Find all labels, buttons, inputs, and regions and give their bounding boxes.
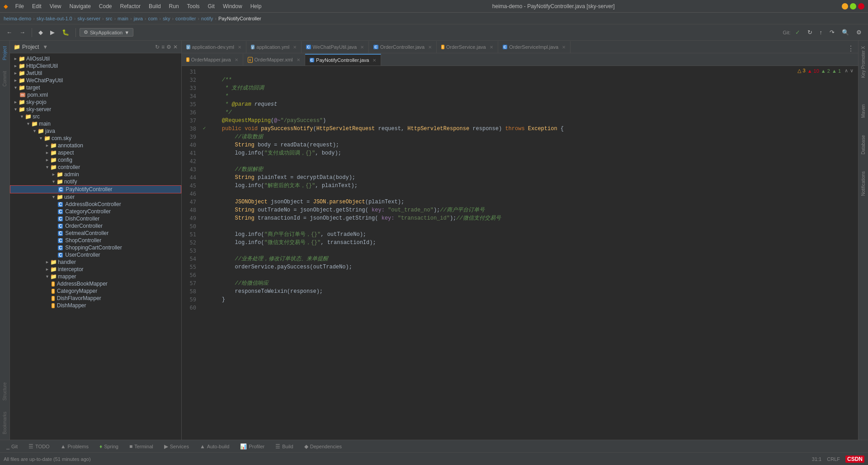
- line-content[interactable]: [209, 247, 858, 255]
- tab-close6[interactable]: ✕: [562, 45, 566, 50]
- tree-item[interactable]: CCategoryController: [10, 208, 181, 215]
- git-update[interactable]: ↻: [805, 28, 815, 37]
- breadcrumb-com[interactable]: com: [148, 16, 157, 21]
- tab-close4[interactable]: ✕: [428, 45, 432, 50]
- breadcrumb-src[interactable]: src: [106, 16, 113, 21]
- menu-refactor[interactable]: Refactor: [117, 2, 144, 10]
- tab-orderserviceimpl[interactable]: C OrderServiceImpl.java ✕: [498, 41, 571, 53]
- tree-item[interactable]: CShopController: [10, 237, 181, 244]
- tree-item[interactable]: ►📁WeChatPayUtil: [10, 77, 181, 84]
- structure-icon[interactable]: Structure: [1, 379, 8, 404]
- menu-code[interactable]: Code: [95, 2, 116, 10]
- app-selector[interactable]: ⚙ SkyApplication ▼: [80, 28, 133, 37]
- tab-ordermapper[interactable]: I OrderMapper.java ✕: [182, 54, 243, 66]
- collapse-icon[interactable]: ≡: [161, 44, 165, 50]
- breadcrumb-java[interactable]: java: [134, 16, 143, 21]
- tree-item[interactable]: ►📁JwtUtil: [10, 70, 181, 77]
- maven-panel[interactable]: Maven: [860, 101, 867, 122]
- line-content[interactable]: //读取数据: [209, 133, 858, 141]
- tree-item[interactable]: IAddressBookMapper: [10, 280, 181, 287]
- tab-close[interactable]: ✕: [238, 45, 241, 50]
- tab-close7[interactable]: ✕: [235, 57, 238, 62]
- tree-item[interactable]: ►📁AliOssUtil: [10, 55, 181, 62]
- line-content[interactable]: [209, 304, 858, 312]
- commit-icon[interactable]: Commit: [1, 67, 8, 90]
- line-content[interactable]: String transactionId = jsonObject.getStr…: [209, 214, 858, 222]
- settings-icon[interactable]: ⚙: [166, 44, 171, 50]
- menu-file[interactable]: File: [12, 2, 28, 10]
- tab-problems[interactable]: ▲ Problems: [56, 442, 93, 451]
- search-button[interactable]: 🔍: [839, 28, 852, 37]
- breadcrumb-heima[interactable]: heima-demo: [4, 16, 31, 21]
- line-content[interactable]: log.info("微信支付交易号，{}", transactionId);: [209, 239, 858, 247]
- tree-item[interactable]: ▼📁mapper: [10, 273, 181, 280]
- maximize-button[interactable]: [850, 3, 856, 9]
- tree-item[interactable]: ▼📁user: [10, 193, 181, 201]
- tree-item[interactable]: CShoppingCartController: [10, 244, 181, 251]
- tree-item[interactable]: ►📁sky-pojo: [10, 99, 181, 106]
- breadcrumb-controller[interactable]: controller: [175, 16, 196, 21]
- tab-close2[interactable]: ✕: [293, 45, 297, 50]
- tree-item[interactable]: ▼📁main: [10, 120, 181, 127]
- tab-close8[interactable]: ✕: [297, 57, 300, 62]
- build-button[interactable]: ◆: [36, 28, 46, 37]
- tree-item[interactable]: ▼📁java: [10, 127, 181, 135]
- line-content[interactable]: * 支付成功回调: [209, 84, 858, 92]
- line-content[interactable]: /**: [209, 76, 858, 84]
- debug-button[interactable]: 🐛: [59, 28, 72, 37]
- line-content[interactable]: [209, 271, 858, 279]
- menu-edit[interactable]: Edit: [28, 2, 45, 10]
- line-content[interactable]: //给微信响应: [209, 279, 858, 287]
- tab-close9[interactable]: ✕: [373, 58, 376, 63]
- git-fetch[interactable]: ↷: [827, 28, 837, 37]
- breadcrumb-main[interactable]: main: [118, 16, 128, 21]
- line-content[interactable]: [209, 190, 858, 198]
- line-content[interactable]: //数据解密: [209, 165, 858, 174]
- tab-paynotify[interactable]: C PayNotifyController.java ✕: [305, 54, 382, 66]
- tab-ordermapper-xml[interactable]: x OrderMapper.xml ✕: [243, 54, 305, 66]
- tree-item[interactable]: ▼📁src: [10, 113, 181, 120]
- line-content[interactable]: @RequestMapping(@~"/paySuccess"): [209, 117, 858, 125]
- tree-item[interactable]: ►📁annotation: [10, 142, 181, 149]
- tab-orderservice[interactable]: I OrderService.java ✕: [437, 41, 498, 53]
- database-panel[interactable]: Database: [860, 132, 867, 158]
- close-panel-icon[interactable]: ✕: [173, 44, 178, 50]
- forward-button[interactable]: →: [17, 28, 28, 37]
- tab-todo[interactable]: ☰ TODO: [24, 442, 54, 451]
- menu-help[interactable]: Help: [247, 2, 265, 10]
- line-content[interactable]: [209, 157, 858, 165]
- breadcrumb-notify[interactable]: notify: [201, 16, 213, 21]
- tab-auto-build[interactable]: ▲ Auto-build: [195, 442, 234, 451]
- tab-close3[interactable]: ✕: [360, 45, 364, 50]
- tree-item[interactable]: ICategoryMapper: [10, 287, 181, 295]
- menu-tools[interactable]: Tools: [184, 2, 203, 10]
- line-content[interactable]: [209, 222, 858, 230]
- tab-services[interactable]: ▶ Services: [160, 442, 193, 451]
- line-content[interactable]: log.info("商户平台订单号，{}", outTradeNo);: [209, 230, 858, 239]
- tab-application-dev[interactable]: y application-dev.yml ✕: [182, 41, 246, 53]
- tab-terminal[interactable]: ■ Terminal: [125, 442, 158, 451]
- tree-item[interactable]: IDishMapper: [10, 302, 181, 309]
- close-button[interactable]: [858, 3, 864, 9]
- line-content[interactable]: */: [209, 108, 858, 117]
- tab-git[interactable]: ⎯ Git: [2, 442, 22, 451]
- tree-item[interactable]: mpom.xml: [10, 91, 181, 99]
- breadcrumb-server[interactable]: sky-server: [77, 16, 100, 21]
- position-indicator[interactable]: 31:1: [812, 456, 821, 462]
- tree-item[interactable]: ►📁interceptor: [10, 266, 181, 273]
- tree-item[interactable]: CAddressBookController: [10, 201, 181, 208]
- tree-item[interactable]: ▼📁com.sky: [10, 135, 181, 142]
- tree-item[interactable]: CDishController: [10, 215, 181, 222]
- line-content[interactable]: * @param request: [209, 100, 858, 108]
- project-dropdown[interactable]: ▼: [42, 44, 48, 50]
- tree-item[interactable]: CPayNotifyController: [10, 185, 181, 193]
- tab-overflow[interactable]: ⋮: [847, 44, 858, 53]
- run-button[interactable]: ▶: [47, 28, 57, 37]
- tab-application[interactable]: y application.yml ✕: [246, 41, 302, 53]
- menu-git[interactable]: Git: [204, 2, 218, 10]
- bookmarks-icon[interactable]: Bookmarks: [1, 408, 8, 438]
- git-check[interactable]: ✓: [793, 28, 803, 37]
- line-content[interactable]: JSONObject jsonObject = JSON.parseObject…: [209, 198, 858, 206]
- tree-item[interactable]: ▼📁target: [10, 84, 181, 91]
- settings-button[interactable]: ⚙: [854, 28, 864, 37]
